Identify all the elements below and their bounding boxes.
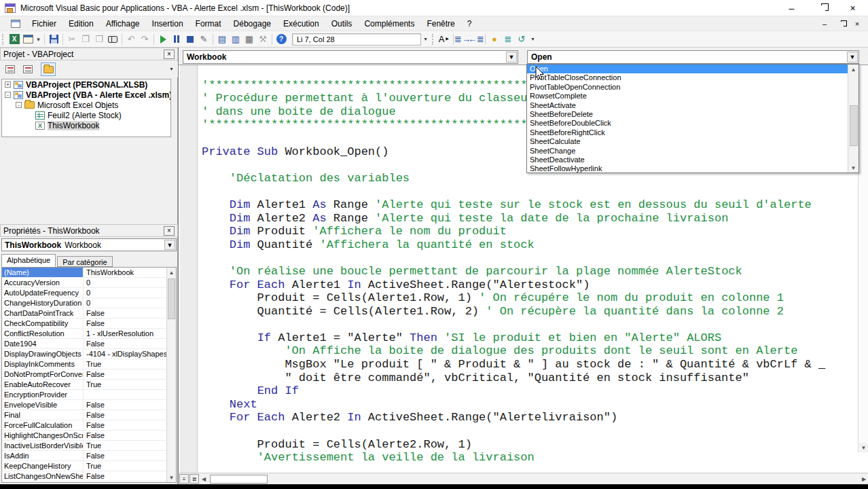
tree-item-thisworkbook[interactable]: XThisWorkbook <box>2 120 170 130</box>
event-item-sheetbeforerightclick[interactable]: SheetBeforeRightClick <box>527 128 858 137</box>
event-item-pivottableopenconnection[interactable]: PivotTableOpenConnection <box>527 83 858 92</box>
insert-userform-icon[interactable] <box>21 33 35 46</box>
object-browser-icon[interactable]: ▦ <box>242 33 256 46</box>
tab-par-categorie[interactable]: Par catégorie <box>57 256 112 267</box>
property-row-displayinkcomments[interactable]: DisplayInkCommentsTrue <box>2 359 176 369</box>
indent-icon[interactable]: ≣→ <box>456 33 469 46</box>
scroll-thumb[interactable] <box>168 278 175 319</box>
event-item-pivottablecloseconnection[interactable]: PivotTableCloseConnection <box>527 73 858 82</box>
object-combo-dropdown-icon[interactable]: ▼ <box>506 52 517 62</box>
event-item-open[interactable]: Open <box>527 65 858 73</box>
property-row-autoupdatefrequency[interactable]: AutoUpdateFrequency0 <box>2 288 176 298</box>
save-icon[interactable] <box>47 33 60 46</box>
menu-item-d-bogage[interactable]: Débogage <box>228 17 277 31</box>
expand-icon[interactable]: + <box>5 82 11 88</box>
tree-item-microsoft-excel-objets[interactable]: -Microsoft Excel Objets <box>2 100 170 110</box>
property-row-chartdatapointtrack[interactable]: ChartDataPointTrackFalse <box>2 308 176 319</box>
outdent-icon[interactable]: ←≣ <box>469 33 483 46</box>
property-row-donotpromptforconvert[interactable]: DoNotPromptForConvertFalse <box>2 369 176 380</box>
design-mode-icon[interactable]: ✎ <box>197 33 211 46</box>
break-icon[interactable] <box>170 33 183 46</box>
properties-combo-dropdown-icon[interactable]: ▼ <box>164 240 175 250</box>
properties-object-combo[interactable]: ThisWorkbook Workbook ▼ <box>1 238 177 251</box>
menu-item-ex-cution[interactable]: Exécution <box>277 17 325 31</box>
event-item-sheetbeforedelete[interactable]: SheetBeforeDelete <box>527 110 858 119</box>
scroll-down-icon[interactable]: ▼ <box>849 163 858 173</box>
property-row-changehistoryduration[interactable]: ChangeHistoryDuration0 <box>2 298 176 308</box>
property-row-displaydrawingobjects[interactable]: DisplayDrawingObjects-4104 - xlDisplaySh… <box>2 349 176 359</box>
help-icon[interactable]: ? <box>274 33 288 46</box>
toggle-breakpoint-icon[interactable]: ● <box>488 33 501 46</box>
code-vertical-scrollbar[interactable]: ▼ <box>858 65 868 452</box>
project-explorer-icon[interactable]: ▤ <box>215 33 229 46</box>
procedure-view-icon[interactable]: ≡ <box>179 474 189 484</box>
property-row-highlightchangesonscree[interactable]: HighlightChangesOnScreeFalse <box>2 431 176 441</box>
copy-icon[interactable]: ❐ <box>79 33 92 46</box>
cut-icon[interactable]: ✂ <box>65 33 79 46</box>
insert-dropdown-caret-icon[interactable]: ▾ <box>35 33 42 46</box>
scroll-down-icon[interactable]: ▼ <box>859 443 868 452</box>
scroll-up-icon[interactable]: ▲ <box>849 65 858 74</box>
menu-item-item[interactable]: ? <box>461 17 478 31</box>
property-row-accuracyversion[interactable]: AccuracyVersion0 <box>2 278 176 288</box>
module-view-icon[interactable]: ≣ <box>189 474 199 484</box>
redo-icon[interactable]: ↷ <box>138 33 151 46</box>
tree-item-feuil2-alerte-stock[interactable]: Feuil2 (Alerte Stock) <box>2 110 170 120</box>
scroll-thumb[interactable] <box>210 475 268 484</box>
event-item-sheetfollowhyperlink[interactable]: SheetFollowHyperlink <box>527 164 858 173</box>
toolbox-icon[interactable]: ⚒ <box>256 33 270 46</box>
paste-icon[interactable]: ❒ <box>92 33 106 46</box>
code-margin-indicator-bar[interactable] <box>180 65 198 473</box>
tree-item-vbaproject-vba-alerte-excel-xlsm[interactable]: -VBAProject (VBA - Alerte Excel .xlsm) <box>2 90 170 100</box>
complete-word-icon[interactable]: A‣ <box>437 33 451 46</box>
event-combo[interactable]: Open ▼ <box>527 50 859 64</box>
property-row-date1904[interactable]: Date1904False <box>2 339 176 349</box>
toggle-folders-button[interactable] <box>41 62 56 76</box>
property-row-listchangesonnewsheet[interactable]: ListChangesOnNewSheetFalse <box>2 471 176 482</box>
tab-alphabetique[interactable]: Alphabétique <box>1 254 56 267</box>
toolbar-overflow-icon[interactable]: ▾ <box>421 33 430 46</box>
object-combo[interactable]: Workbook ▼ <box>183 50 518 64</box>
properties-window-icon[interactable]: ▥ <box>229 33 242 46</box>
event-item-sheetcalculate[interactable]: SheetCalculate <box>527 137 858 146</box>
close-button[interactable]: × <box>837 0 868 16</box>
undo-icon[interactable]: ↶ <box>124 33 138 46</box>
collapse-icon[interactable]: - <box>16 102 22 108</box>
menu-item-edition[interactable]: Edition <box>62 17 100 31</box>
restore-button[interactable] <box>807 0 837 16</box>
menu-item-affichage[interactable]: Affichage <box>100 17 146 31</box>
find-icon[interactable] <box>106 33 120 46</box>
event-item-sheetactivate[interactable]: SheetActivate <box>527 101 858 110</box>
dropdown-scrollbar[interactable]: ▲ ▼ <box>848 65 858 173</box>
reset-icon[interactable] <box>183 33 197 46</box>
view-code-button[interactable] <box>3 62 18 76</box>
event-item-rowsetcomplete[interactable]: RowsetComplete <box>527 92 858 101</box>
property-row-forcefullcalculation[interactable]: ForceFullCalculationFalse <box>2 420 176 431</box>
property-row-checkcompatibility[interactable]: CheckCompatibilityFalse <box>2 319 176 329</box>
property-row-encryptionprovider[interactable]: EncryptionProvider <box>2 390 176 400</box>
scroll-down-icon[interactable]: ▼ <box>167 473 176 482</box>
event-item-sheetbeforedoubleclick[interactable]: SheetBeforeDoubleClick <box>527 119 858 128</box>
property-row-final[interactable]: FinalFalse <box>2 410 176 420</box>
uncomment-block-icon[interactable]: ↺ <box>515 33 528 46</box>
menu-item-format[interactable]: Format <box>189 17 228 31</box>
run-icon[interactable] <box>156 33 170 46</box>
project-toolbar-overflow-icon[interactable]: ▾ <box>167 62 176 76</box>
collapse-icon[interactable]: - <box>5 92 11 98</box>
scroll-left-icon[interactable]: ◀ <box>199 474 209 484</box>
property-row-isaddin[interactable]: IsAddinFalse <box>2 451 176 461</box>
view-object-button[interactable] <box>20 62 35 76</box>
child-window-icon[interactable] <box>11 20 20 28</box>
menu-item-outils[interactable]: Outils <box>325 17 359 31</box>
scroll-up-icon[interactable]: ▲ <box>167 268 176 277</box>
event-item-sheetchange[interactable]: SheetChange <box>527 147 858 156</box>
property-row-envelopevisible[interactable]: EnvelopeVisibleFalse <box>2 400 176 410</box>
property-row-name[interactable]: (Name)ThisWorkbook <box>2 268 176 278</box>
scroll-thumb[interactable] <box>850 105 858 146</box>
comment-block-icon[interactable]: ≣ <box>501 33 515 46</box>
menu-item-fichier[interactable]: Fichier <box>26 17 62 31</box>
event-item-sheetdeactivate[interactable]: SheetDeactivate <box>527 156 858 164</box>
edit-toolbar-grip[interactable] <box>432 34 435 45</box>
event-combo-dropdown-icon[interactable]: ▼ <box>847 52 858 62</box>
code-horizontal-scrollbar[interactable]: ≡ ≣ ◀ ▶ <box>179 473 868 484</box>
